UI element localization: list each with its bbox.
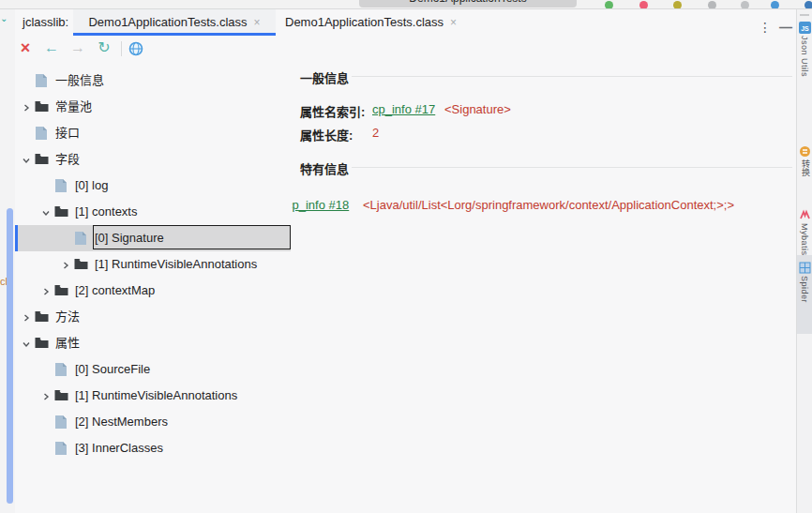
attribute-name-value: <Signature> <box>444 102 511 116</box>
general-info-header: 一般信息 <box>300 68 349 86</box>
mybatisx-icon[interactable] <box>799 208 811 220</box>
tab-close-icon[interactable]: × <box>254 16 261 29</box>
close-icon[interactable]: × <box>15 36 36 62</box>
tree-item-label: 字段 <box>55 146 80 173</box>
js-icon[interactable]: JS <box>799 21 811 33</box>
tree-item[interactable]: [2] NestMembers <box>15 409 291 435</box>
coverage-icon[interactable] <box>673 1 682 9</box>
tab-close-icon[interactable]: × <box>450 16 457 29</box>
convert-icon[interactable] <box>799 144 811 157</box>
tree-item-label: [2] NestMembers <box>75 409 168 435</box>
debug-icon[interactable] <box>639 1 648 9</box>
tree-item[interactable]: [1] contexts <box>15 199 291 225</box>
web-browser-icon[interactable] <box>126 36 146 62</box>
tree-item-label: [1] RuntimeVisibleAnnotations <box>75 383 237 409</box>
tree-item-label: [1] contexts <box>75 199 137 225</box>
profiler-icon[interactable] <box>708 1 716 9</box>
chevron-right-icon[interactable] <box>21 100 34 113</box>
editor-fold-chevron-icon: ⌄ <box>0 13 8 23</box>
tree-item[interactable]: 一般信息 <box>15 68 291 94</box>
tree-item[interactable]: 接口 <box>15 120 291 146</box>
grid-icon[interactable] <box>799 261 811 273</box>
tab-title: Demo1ApplicationTests.class <box>88 15 247 29</box>
chevron-right-icon[interactable] <box>40 284 53 297</box>
tree-item-label: 属性 <box>55 330 80 356</box>
back-arrow-icon[interactable]: ← <box>41 36 62 62</box>
tree-item[interactable]: [0] SourceFile <box>15 356 291 383</box>
tree-item-label: 常量池 <box>55 94 92 120</box>
tree-item[interactable]: [3] InnerClasses <box>15 435 291 461</box>
tab-title: Demo1ApplicationTests.class <box>285 15 444 29</box>
folder-icon <box>54 283 69 298</box>
folder-icon <box>35 152 50 167</box>
tab-demo1applicationtests-inactive[interactable]: Demo1ApplicationTests.class× <box>276 9 476 36</box>
panel-title: jclasslib: <box>23 9 68 36</box>
chevron-down-icon[interactable] <box>21 153 34 166</box>
chevron-down-icon[interactable] <box>40 205 53 219</box>
editor-behind-panel: ⌄ cl. <box>0 9 15 513</box>
tree-item-label: 接口 <box>55 120 80 146</box>
stripe-item-label[interactable]: 转换 <box>800 159 812 177</box>
folder-icon <box>35 99 50 114</box>
tree-item-label: 方法 <box>55 304 80 330</box>
stop-icon[interactable] <box>741 1 749 9</box>
chevron-down-icon[interactable] <box>21 337 34 350</box>
jclasslib-tab-bar: jclasslib: Demo1ApplicationTests.class× … <box>0 9 812 37</box>
run-configuration-selector[interactable]: Demo1ApplicationTests <box>359 0 577 8</box>
file-icon <box>74 231 89 246</box>
svg-text:JS: JS <box>801 25 809 32</box>
stripe-item-label[interactable]: Json Utils <box>800 36 809 77</box>
tree-selection-accent <box>15 225 18 251</box>
folder-icon <box>35 336 50 351</box>
tree-item[interactable]: 属性 <box>15 330 291 356</box>
tree-item[interactable]: [1] RuntimeVisibleAnnotations <box>15 383 291 409</box>
folder-icon <box>54 204 69 219</box>
file-icon <box>54 362 69 377</box>
stripe-item-label[interactable]: Spider <box>800 276 809 303</box>
tree-item[interactable]: [0] Signature <box>15 225 291 251</box>
tree-item[interactable]: 方法 <box>15 304 291 330</box>
tree-item[interactable]: [0] log <box>15 173 291 199</box>
signature-value: <Ljava/util/List<Lorg/springframework/co… <box>363 198 734 212</box>
stripe-separator <box>800 14 809 16</box>
editor-scrollbar[interactable] <box>7 208 13 504</box>
hide-panel-icon[interactable]: — <box>779 21 792 34</box>
file-icon <box>54 178 69 193</box>
cp-info-18-link[interactable]: cp_info #18 <box>292 198 349 212</box>
chevron-right-icon[interactable] <box>40 389 53 402</box>
tree-item-label: [3] InnerClasses <box>75 435 163 461</box>
tab-demo1applicationtests-active[interactable]: Demo1ApplicationTests.class× <box>73 9 276 36</box>
info-icon[interactable] <box>771 1 779 9</box>
tree-item[interactable]: [2] contextMap <box>15 278 291 304</box>
tree-item-label: 一般信息 <box>55 68 104 94</box>
user-icon[interactable] <box>804 1 812 9</box>
file-icon <box>35 126 50 141</box>
tree-item-label: [1] RuntimeVisibleAnnotations <box>95 251 257 278</box>
chevron-right-icon[interactable] <box>21 310 34 324</box>
folder-icon <box>74 257 89 272</box>
toolbar-separator <box>121 41 122 56</box>
chevron-right-icon[interactable] <box>60 258 73 271</box>
tree-item-label: [0] SourceFile <box>75 356 150 383</box>
file-icon <box>54 441 69 456</box>
attribute-length-value: 2 <box>372 126 379 140</box>
class-structure-tree: 一般信息常量池接口字段[0] log[1] contexts[0] Signat… <box>15 62 291 513</box>
section-rule <box>352 76 792 77</box>
ide-main-toolbar: Demo1ApplicationTests <box>0 0 812 9</box>
cp-info-17-link[interactable]: cp_info #17 <box>372 102 435 116</box>
folder-icon <box>35 309 50 324</box>
section-rule <box>352 167 792 168</box>
more-options-icon[interactable]: ⋮ <box>759 21 772 34</box>
run-icon[interactable] <box>605 1 613 9</box>
right-toolwindow-stripe: JSJson Utils转换MybatisXSpider <box>796 9 812 513</box>
attribute-name-index-label: 属性名索引: <box>300 102 365 120</box>
tree-item-label: [0] Signature <box>95 225 164 251</box>
tree-item[interactable]: [1] RuntimeVisibleAnnotations <box>15 251 291 278</box>
tree-item-label: [0] log <box>75 173 108 199</box>
attribute-detail-pane: 一般信息 属性名索引: cp_info #17 <Signature> 属性长度… <box>292 62 796 513</box>
tree-item[interactable]: 常量池 <box>15 94 291 120</box>
forward-arrow-icon[interactable]: → <box>68 36 88 62</box>
tree-item[interactable]: 字段 <box>15 146 291 173</box>
attribute-length-label: 属性长度: <box>300 126 353 143</box>
refresh-icon[interactable]: ↻ <box>94 36 114 62</box>
